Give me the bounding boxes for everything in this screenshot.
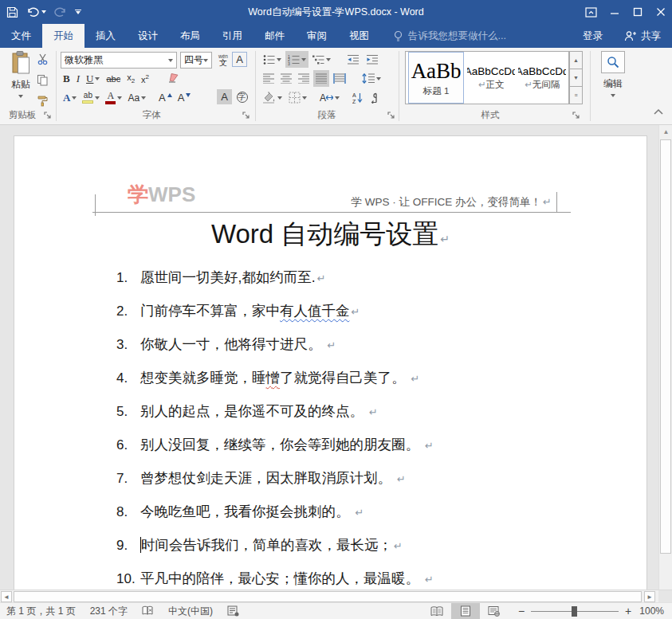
strikethrough-button[interactable]: abc bbox=[104, 70, 123, 87]
spelling-underline: 憎 bbox=[266, 370, 281, 386]
collapse-ribbon-icon[interactable] bbox=[652, 107, 665, 120]
header-logo: 学WPS bbox=[128, 181, 195, 209]
zoom-out-button[interactable]: − bbox=[518, 605, 525, 617]
svg-text:Z: Z bbox=[352, 99, 356, 104]
style-normal[interactable]: AaBbCcDd ↵正文 bbox=[467, 52, 515, 104]
proofing-icon[interactable] bbox=[142, 605, 154, 617]
tell-me-box[interactable]: 告诉我您想要做什么... bbox=[393, 24, 506, 48]
minimize-button[interactable] bbox=[603, 0, 626, 24]
shading-button[interactable] bbox=[260, 89, 285, 106]
language-indicator[interactable]: 中文(中国) bbox=[168, 605, 213, 618]
tab-home[interactable]: 开始 bbox=[42, 24, 84, 48]
styles-scroll-up-icon[interactable]: ▲ bbox=[569, 51, 583, 69]
cut-button[interactable] bbox=[37, 53, 49, 68]
ribbon-display-options-button[interactable] bbox=[580, 0, 603, 24]
signin-button[interactable]: 登录 bbox=[573, 24, 612, 48]
increase-indent-button[interactable] bbox=[364, 51, 381, 68]
character-shading-button[interactable]: A bbox=[217, 89, 232, 104]
text-highlight-button[interactable]: ab bbox=[80, 89, 102, 106]
enclose-characters-button[interactable]: 字 bbox=[234, 89, 250, 104]
header-tagline: 学 WPS · 让 OFFICE 办公，变得简单！↵ bbox=[352, 195, 552, 210]
paragraph-dialog-launcher[interactable] bbox=[387, 112, 397, 121]
scroll-up-icon[interactable]: ▲ bbox=[659, 125, 672, 139]
tab-view[interactable]: 视图 bbox=[338, 24, 380, 48]
scroll-right-icon[interactable]: ► bbox=[644, 591, 655, 602]
change-case-button[interactable]: Aa bbox=[125, 89, 148, 106]
subscript-button[interactable]: x2 bbox=[124, 70, 137, 87]
shrink-font-button[interactable]: A bbox=[175, 89, 194, 106]
ribbon: 粘贴 剪贴板 微软雅黑 四号 wén bbox=[0, 48, 672, 125]
font-name-combo[interactable]: 微软雅黑 bbox=[61, 52, 177, 69]
group-label-clipboard: 剪贴板 bbox=[3, 109, 41, 121]
vertical-scrollbar[interactable]: ▲ bbox=[658, 125, 672, 590]
numbering-button[interactable]: 123 bbox=[285, 51, 308, 68]
tab-layout[interactable]: 布局 bbox=[169, 24, 211, 48]
horizontal-scrollbar[interactable]: ◄ ► bbox=[0, 590, 672, 602]
document-page[interactable]: 学WPS 学 WPS · 让 OFFICE 办公，变得简单！↵ Word 自动编… bbox=[14, 135, 647, 590]
share-button[interactable]: 共享 bbox=[612, 24, 672, 48]
align-center-button[interactable] bbox=[278, 70, 294, 87]
font-dialog-launcher[interactable] bbox=[242, 112, 252, 121]
tab-references[interactable]: 引用 bbox=[211, 24, 253, 48]
style-heading1[interactable]: AaBb 标题 1 bbox=[408, 52, 464, 104]
tab-review[interactable]: 审阅 bbox=[296, 24, 338, 48]
clear-formatting-button[interactable] bbox=[164, 70, 183, 87]
line-spacing-button[interactable] bbox=[360, 70, 383, 87]
align-right-button[interactable] bbox=[296, 70, 312, 87]
tab-insert[interactable]: 插入 bbox=[84, 24, 127, 48]
asian-layout-button[interactable]: A bbox=[317, 89, 342, 106]
bold-button[interactable]: B bbox=[61, 70, 73, 87]
close-button[interactable] bbox=[649, 0, 672, 24]
horizontal-scrollbar-thumb[interactable] bbox=[14, 591, 642, 602]
clipboard-dialog-launcher[interactable] bbox=[44, 112, 53, 121]
print-layout-button[interactable] bbox=[451, 603, 480, 619]
style-nospacing[interactable]: AaBbCcDd ↵无间隔 bbox=[518, 52, 566, 104]
sort-button[interactable]: AZ bbox=[350, 89, 366, 106]
styles-more-icon[interactable]: ≡ bbox=[569, 87, 583, 104]
word-count[interactable]: 231 个字 bbox=[90, 605, 128, 618]
decrease-indent-button[interactable] bbox=[344, 51, 362, 68]
multilevel-list-button[interactable] bbox=[310, 51, 333, 68]
font-color-button[interactable]: A bbox=[103, 89, 124, 106]
zoom-slider-knob[interactable] bbox=[572, 606, 577, 617]
underline-button[interactable]: U bbox=[84, 70, 102, 87]
copy-button[interactable] bbox=[37, 74, 49, 88]
font-name-dropdown-icon bbox=[168, 59, 173, 62]
align-left-button[interactable] bbox=[261, 70, 277, 87]
vertical-scrollbar-thumb[interactable] bbox=[660, 139, 671, 554]
superscript-button[interactable]: x2 bbox=[139, 70, 151, 87]
show-hide-marks-button[interactable] bbox=[367, 89, 383, 106]
tab-file[interactable]: 文件 bbox=[0, 24, 42, 48]
zoom-slider[interactable] bbox=[531, 603, 619, 619]
tab-design[interactable]: 设计 bbox=[127, 24, 169, 48]
phonetic-guide-button[interactable]: wén 文 bbox=[215, 52, 231, 69]
bullets-button[interactable] bbox=[261, 51, 284, 68]
read-mode-button[interactable] bbox=[422, 603, 451, 619]
page-indicator[interactable]: 第 1 页，共 1 页 bbox=[6, 605, 76, 618]
font-size-combo[interactable]: 四号 bbox=[180, 52, 212, 69]
borders-button[interactable] bbox=[286, 89, 309, 106]
input-method-icon[interactable] bbox=[227, 605, 239, 617]
tab-mailings[interactable]: 邮件 bbox=[253, 24, 296, 48]
document-title: Word 自动编号设置↵ bbox=[14, 217, 646, 253]
zoom-in-button[interactable]: + bbox=[625, 605, 631, 617]
format-painter-button[interactable] bbox=[37, 95, 49, 109]
editing-button[interactable]: 编辑 bbox=[598, 51, 628, 97]
scroll-left-icon[interactable]: ◄ bbox=[1, 591, 12, 602]
grow-font-button[interactable]: A bbox=[156, 89, 175, 106]
character-border-button[interactable]: A bbox=[232, 52, 247, 67]
italic-button[interactable]: I bbox=[74, 70, 82, 87]
justify-button[interactable] bbox=[313, 70, 329, 87]
web-layout-button[interactable] bbox=[480, 603, 509, 619]
list-item-2: 2.门前停车不算富，家中有人值千金↵ bbox=[116, 301, 360, 320]
styles-scroll-down-icon[interactable]: ▼ bbox=[569, 69, 583, 87]
font-size-dropdown-icon bbox=[203, 59, 208, 62]
text-effects-button[interactable]: A bbox=[61, 89, 79, 106]
maximize-button[interactable] bbox=[626, 0, 649, 24]
underline-dropdown-icon bbox=[95, 77, 100, 80]
distribute-button[interactable] bbox=[331, 70, 348, 87]
find-icon bbox=[607, 56, 619, 69]
zoom-percentage[interactable]: 100% bbox=[639, 605, 664, 617]
styles-dialog-launcher[interactable] bbox=[572, 112, 582, 121]
paste-button[interactable]: 粘贴 bbox=[5, 51, 37, 98]
